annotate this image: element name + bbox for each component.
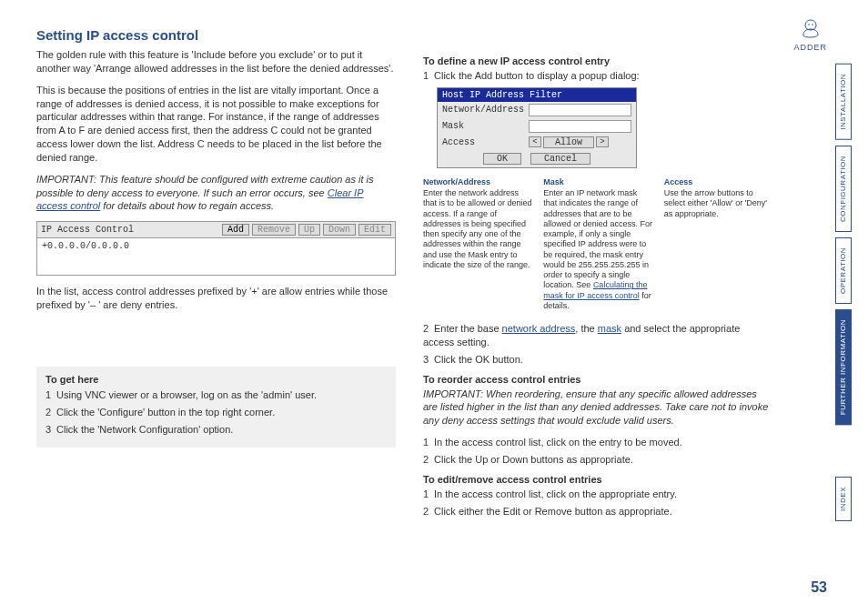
def-network-title: Network/Address (423, 177, 532, 187)
nav-operation[interactable]: OPERATION (835, 237, 852, 304)
network-address-input[interactable] (529, 104, 631, 116)
up-button: Up (298, 224, 320, 236)
svg-point-1 (812, 24, 813, 25)
field-definitions: Network/Address Enter the network addres… (423, 177, 773, 311)
screenshot-title: IP Access Control (41, 225, 219, 235)
host-ip-filter-dialog: Host IP Address Filter Network/Address M… (437, 87, 637, 168)
mask-input[interactable] (529, 120, 631, 133)
def-access-title: Access (664, 177, 773, 187)
def-mask-title: Mask (543, 177, 652, 187)
access-value: Allow (543, 136, 594, 148)
left-column: The golden rule with this feature is 'In… (36, 48, 396, 522)
right-column: To define a new IP access control entry … (423, 48, 773, 522)
network-address-link[interactable]: network address (502, 323, 576, 334)
nav-configuration[interactable]: CONFIGURATION (835, 146, 852, 232)
remove-button: Remove (252, 224, 296, 236)
ok-button[interactable]: OK (483, 153, 521, 165)
nav-installation[interactable]: INSTALLATION (835, 64, 852, 140)
cancel-button[interactable]: Cancel (530, 153, 590, 165)
intro-para-1: The golden rule with this feature is 'In… (36, 48, 396, 75)
svg-point-0 (808, 24, 810, 25)
add-button[interactable]: Add (222, 224, 249, 236)
page-title: Setting IP access control (36, 27, 832, 43)
down-button: Down (323, 224, 356, 236)
side-navigation: INSTALLATION CONFIGURATION OPERATION FUR… (835, 64, 852, 521)
edit-button: Edit (358, 224, 391, 236)
important-note: IMPORTANT: This feature should be config… (36, 173, 396, 214)
def-mask-body: Enter an IP network mask that indicates … (543, 188, 652, 311)
mask-link[interactable]: mask (598, 323, 621, 334)
nav-index[interactable]: INDEX (835, 477, 852, 521)
adder-logo: ADDER (793, 18, 827, 52)
to-get-here-box: To get here 1Using VNC viewer or a brows… (36, 367, 396, 448)
define-heading: To define a new IP access control entry (423, 55, 773, 66)
mask-label: Mask (442, 121, 529, 131)
reorder-important: IMPORTANT: When reordering, ensure that … (423, 388, 773, 428)
network-address-label: Network/Address (442, 105, 529, 115)
access-list-entry: +0.0.0.0/0.0.0.0 (37, 238, 395, 275)
def-access-body: Use the arrow buttons to select either '… (664, 188, 773, 219)
reorder-heading: To reorder access control entries (423, 374, 773, 385)
arrow-left-icon[interactable]: < (529, 136, 541, 147)
dialog-title: Host IP Address Filter (438, 88, 636, 102)
ip-access-control-screenshot: IP Access Control Add Remove Up Down Edi… (36, 221, 396, 276)
def-network-body: Enter the network address that is to be … (423, 188, 532, 270)
page-number: 53 (811, 579, 827, 596)
to-get-here-title: To get here (45, 374, 387, 385)
intro-para-2: This is because the positions of entries… (36, 84, 396, 165)
nav-further-information[interactable]: FURTHER INFORMATION (835, 309, 852, 425)
logo-text: ADDER (793, 43, 827, 52)
edit-remove-heading: To edit/remove access control entries (423, 474, 773, 485)
prefix-explanation: In the list, access control addresses pr… (36, 285, 396, 312)
arrow-right-icon[interactable]: > (596, 136, 609, 147)
access-label: Access (442, 137, 529, 147)
